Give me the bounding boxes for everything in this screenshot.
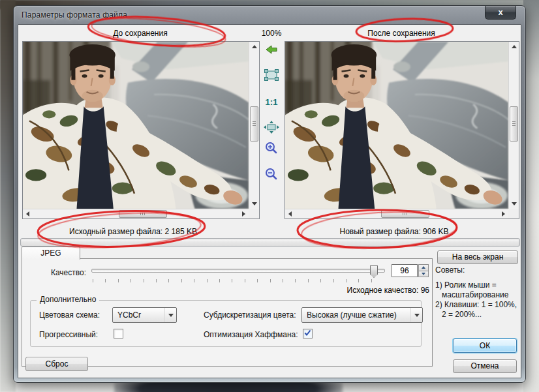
quality-slider-ticks <box>93 279 384 282</box>
tip-line-4: 2 = 200%... <box>435 310 482 319</box>
subsampling-value: Высокая (лучше сжатие) <box>302 310 410 320</box>
quality-slider-thumb[interactable] <box>370 265 378 278</box>
subsampling-label: Субдискретизация цвета: <box>204 310 296 320</box>
tab-jpeg[interactable]: JPEG <box>22 247 80 260</box>
scroll-right-icon[interactable] <box>499 209 508 219</box>
before-vscroll-track[interactable] <box>249 52 259 199</box>
title-bar[interactable]: Параметры формата файла x <box>14 6 525 24</box>
one-to-one-button[interactable]: 1:1 <box>258 97 285 107</box>
color-scheme-select[interactable]: YCbCr <box>112 307 177 323</box>
original-quality-label: Исходное качество: 96 <box>266 286 429 295</box>
quality-slider[interactable] <box>91 264 385 280</box>
after-photo <box>285 42 508 209</box>
cancel-button-label: Отмена <box>470 361 499 370</box>
one-to-one-label: 1:1 <box>266 97 278 107</box>
chevron-down-icon <box>164 308 176 322</box>
reset-button-label: Сброс <box>46 359 69 369</box>
after-preview-panel <box>285 41 519 219</box>
cancel-button[interactable]: Отмена <box>453 359 517 373</box>
advanced-legend: Дополнительно <box>37 295 99 304</box>
pan-view-icon[interactable] <box>258 121 285 134</box>
tab-label: JPEG <box>40 249 61 258</box>
huffman-checkbox[interactable] <box>303 329 313 339</box>
quality-spinner <box>418 264 429 277</box>
before-hscroll-thumb[interactable] <box>119 210 167 218</box>
color-scheme-value: YCbCr <box>113 310 164 320</box>
progressive-checkbox[interactable] <box>114 329 123 339</box>
scroll-left-icon[interactable] <box>285 209 295 219</box>
after-hscroll-thumb[interactable] <box>381 210 429 218</box>
after-vscroll-thumb[interactable] <box>510 106 518 142</box>
zoom-in-icon[interactable] <box>258 142 285 155</box>
after-vertical-scrollbar[interactable] <box>508 42 519 209</box>
huffman-label: Оптимизация Хаффмана: <box>204 330 298 339</box>
scroll-left-icon[interactable] <box>23 209 33 219</box>
before-horizontal-scrollbar[interactable] <box>23 209 249 219</box>
after-preview-image[interactable] <box>285 42 508 209</box>
chevron-down-icon <box>410 308 422 322</box>
dialog-client-area: До сохранения 100% После сохранения <box>18 24 521 378</box>
check-icon <box>303 329 312 337</box>
after-save-label: После сохранения <box>285 29 518 38</box>
zoom-toolbar: 1:1 <box>258 41 285 218</box>
scroll-up-icon[interactable] <box>249 42 259 52</box>
tip-line-1: 1) Ролик мыши = <box>435 280 497 290</box>
ok-button-label: ОК <box>480 341 490 350</box>
before-hscroll-track[interactable] <box>33 209 239 219</box>
scroll-up-icon[interactable] <box>509 42 519 52</box>
zoom-out-icon[interactable] <box>258 168 285 181</box>
spin-down-icon[interactable] <box>418 271 429 278</box>
scroll-down-icon[interactable] <box>249 199 259 209</box>
before-save-label: До сохранения <box>22 29 258 38</box>
fit-window-icon[interactable] <box>258 68 285 82</box>
before-photo <box>23 42 249 209</box>
tip-line-3: 2) Клавиши: 1 = 100%, <box>435 300 517 309</box>
close-button[interactable]: x <box>485 6 516 20</box>
before-vertical-scrollbar[interactable] <box>249 42 259 209</box>
zoom-level-label: 100% <box>257 29 286 38</box>
spin-up-icon[interactable] <box>418 264 429 271</box>
subsampling-select[interactable]: Высокая (лучше сжатие) <box>301 307 423 323</box>
before-file-size: Исходный размер файла: 2 185 KB <box>48 227 218 236</box>
fullscreen-button[interactable]: На весь экран <box>437 250 518 264</box>
before-preview-panel <box>22 41 260 219</box>
before-vscroll-thumb[interactable] <box>250 106 258 142</box>
scroll-right-icon[interactable] <box>239 209 249 219</box>
tips-title: Советы: <box>435 265 465 275</box>
color-scheme-label: Цветовая схема: <box>39 310 100 320</box>
fullscreen-button-label: На весь экран <box>452 252 504 262</box>
after-vscroll-track[interactable] <box>509 52 519 199</box>
back-arrow-icon[interactable] <box>258 44 285 55</box>
after-file-size: Новый размер файла: 906 KB <box>309 227 479 236</box>
tip-line-2: масштабирование <box>435 290 508 299</box>
screen: Параметры формата файла x До сохранения … <box>0 0 539 392</box>
scrollbar-corner <box>508 209 519 219</box>
ok-button[interactable]: ОК <box>453 339 517 353</box>
window-title: Параметры формата файла <box>22 10 127 20</box>
scrollbar-corner <box>249 209 259 219</box>
quality-label: Качество: <box>38 268 86 277</box>
close-icon: x <box>498 7 502 17</box>
reset-button[interactable]: Сброс <box>25 357 88 371</box>
quality-slider-track[interactable] <box>91 269 385 273</box>
progressive-label: Прогрессивный: <box>39 330 98 339</box>
progress-bar <box>20 238 520 247</box>
after-hscroll-track[interactable] <box>295 209 499 219</box>
quality-input[interactable] <box>392 264 418 277</box>
format-options-dialog: Параметры формата файла x До сохранения … <box>13 5 526 383</box>
scroll-down-icon[interactable] <box>509 199 519 209</box>
after-horizontal-scrollbar[interactable] <box>285 209 508 219</box>
before-preview-image[interactable] <box>23 42 249 209</box>
